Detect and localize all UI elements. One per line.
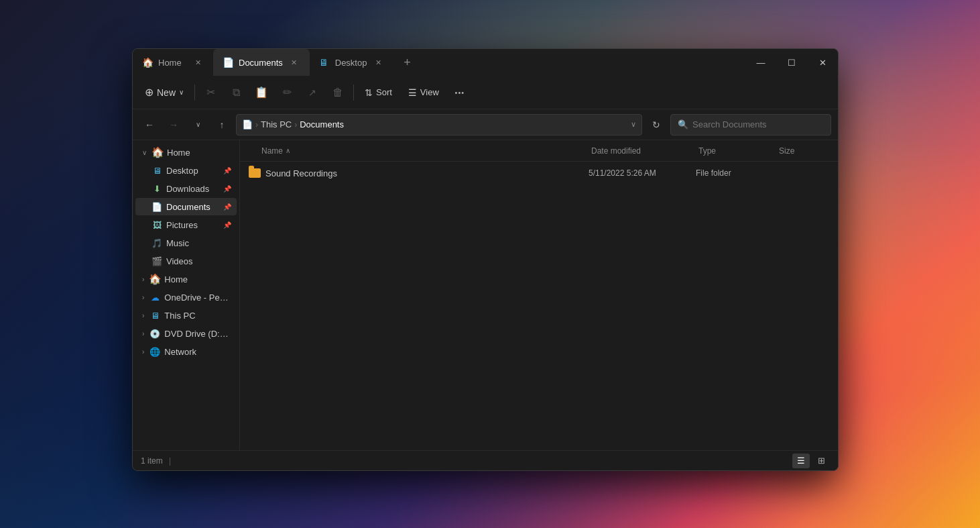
column-name[interactable]: Name ∧ bbox=[245, 146, 591, 156]
search-input[interactable] bbox=[692, 119, 824, 129]
main-content: ∨ 🏠 Home 🖥 Desktop 📌 ⬇ Downloads 📌 📄 Doc… bbox=[133, 140, 838, 450]
window-controls: — ☐ ✕ bbox=[745, 49, 838, 76]
search-box[interactable]: 🔍 bbox=[670, 114, 831, 136]
file-date: 5/11/2022 5:26 AM bbox=[589, 168, 696, 178]
file-type: File folder bbox=[696, 168, 776, 178]
new-button[interactable]: ⊕ New ∨ bbox=[138, 81, 190, 104]
sidebar-documents-pin: 📌 bbox=[223, 203, 231, 211]
tab-desktop-icon: 🖥 bbox=[319, 57, 330, 68]
close-button[interactable]: ✕ bbox=[807, 49, 838, 76]
paste-button[interactable]: 📋 bbox=[250, 81, 273, 104]
sidebar-item-documents[interactable]: 📄 Documents 📌 bbox=[135, 198, 237, 215]
sidebar-network-icon: 🌐 bbox=[149, 346, 160, 357]
delete-button[interactable]: 🗑 bbox=[326, 81, 349, 104]
address-dropdown-icon[interactable]: ∨ bbox=[631, 120, 636, 129]
sidebar-desktop-pin: 📌 bbox=[223, 167, 231, 174]
tab-home-label: Home bbox=[158, 58, 186, 68]
toolbar-sep-2 bbox=[353, 85, 354, 101]
column-date[interactable]: Date modified bbox=[591, 146, 698, 156]
new-label: New bbox=[157, 87, 176, 98]
sidebar-network-label: Network bbox=[164, 347, 231, 357]
sort-label: Sort bbox=[376, 87, 392, 97]
more-options-button[interactable]: ••• bbox=[448, 81, 471, 104]
sidebar-thispc-icon: 🖥 bbox=[149, 310, 160, 321]
sidebar-pictures-icon: 🖼 bbox=[151, 219, 162, 230]
sidebar: ∨ 🏠 Home 🖥 Desktop 📌 ⬇ Downloads 📌 📄 Doc… bbox=[133, 140, 240, 450]
tab-home-close[interactable]: ✕ bbox=[192, 56, 204, 68]
cut-button[interactable]: ✂ bbox=[199, 81, 222, 104]
tab-documents[interactable]: 📄 Documents ✕ bbox=[213, 49, 310, 76]
sidebar-item-pictures[interactable]: 🖼 Pictures 📌 bbox=[135, 216, 237, 233]
sidebar-item-videos[interactable]: 🎬 Videos bbox=[135, 252, 237, 270]
status-item-count: 1 item | bbox=[141, 456, 171, 466]
column-size[interactable]: Size bbox=[779, 146, 833, 156]
sidebar-dvd-icon: 💿 bbox=[149, 328, 160, 339]
tab-documents-icon: 📄 bbox=[223, 57, 233, 68]
sidebar-onedrive-icon: ☁ bbox=[149, 292, 160, 303]
up-button[interactable]: ↑ bbox=[212, 115, 232, 135]
tab-documents-close[interactable]: ✕ bbox=[288, 56, 300, 68]
address-bar-row: ← → ∨ ↑ 📄 › This PC › Documents ∨ ↻ 🔍 bbox=[133, 109, 838, 140]
sidebar-downloads-pin: 📌 bbox=[223, 185, 231, 193]
list-view-button[interactable]: ☰ bbox=[792, 454, 810, 468]
dvd-chevron-icon: › bbox=[142, 330, 144, 337]
home2-chevron-icon: › bbox=[142, 276, 144, 283]
sort-button[interactable]: ⇅ Sort bbox=[358, 81, 399, 104]
sidebar-item-dvd[interactable]: › 💿 DVD Drive (D:) CCCC bbox=[135, 325, 237, 342]
rename-button[interactable]: ✏ bbox=[275, 81, 298, 104]
sidebar-item-onedrive[interactable]: › ☁ OneDrive - Personal bbox=[135, 288, 237, 306]
back-button[interactable]: ← bbox=[139, 115, 160, 135]
view-button[interactable]: ☰ View bbox=[402, 81, 446, 104]
grid-view-button[interactable]: ⊞ bbox=[812, 454, 830, 468]
file-list: Name ∧ Date modified Type Size Sound Rec… bbox=[240, 140, 838, 450]
breadcrumb-this-pc[interactable]: This PC bbox=[261, 119, 292, 129]
sidebar-item-home-expanded[interactable]: ∨ 🏠 Home bbox=[135, 144, 237, 161]
sidebar-item-desktop[interactable]: 🖥 Desktop 📌 bbox=[135, 162, 237, 179]
refresh-button[interactable]: ↻ bbox=[646, 115, 666, 135]
copy-button[interactable]: ⧉ bbox=[225, 81, 247, 104]
file-name: Sound Recordings bbox=[265, 168, 589, 178]
sidebar-item-downloads[interactable]: ⬇ Downloads 📌 bbox=[135, 180, 237, 197]
sidebar-item-network[interactable]: › 🌐 Network bbox=[135, 343, 237, 360]
recent-locations-button[interactable]: ∨ bbox=[188, 115, 208, 135]
sidebar-music-label: Music bbox=[166, 238, 231, 248]
breadcrumb-current: Documents bbox=[300, 119, 344, 129]
home-chevron-icon: ∨ bbox=[142, 149, 147, 156]
new-chevron-icon: ∨ bbox=[179, 89, 184, 96]
sidebar-home2-icon: 🏠 bbox=[149, 274, 160, 284]
sort-icon: ⇅ bbox=[365, 87, 373, 98]
sidebar-pictures-label: Pictures bbox=[166, 220, 219, 230]
tab-desktop-label: Desktop bbox=[335, 58, 367, 68]
sidebar-pictures-pin: 📌 bbox=[223, 221, 231, 229]
tab-desktop-close[interactable]: ✕ bbox=[372, 56, 384, 68]
table-row[interactable]: Sound Recordings 5/11/2022 5:26 AM File … bbox=[243, 162, 835, 184]
sidebar-desktop-label: Desktop bbox=[166, 166, 219, 176]
title-bar: 🏠 Home ✕ 📄 Documents ✕ 🖥 Desktop ✕ + — ☐… bbox=[133, 49, 838, 76]
forward-button[interactable]: → bbox=[164, 115, 184, 135]
sidebar-music-icon: 🎵 bbox=[151, 237, 162, 248]
sidebar-downloads-icon: ⬇ bbox=[151, 183, 162, 194]
new-plus-icon: ⊕ bbox=[145, 86, 154, 99]
minimize-button[interactable]: — bbox=[745, 49, 776, 76]
file-explorer-window: 🏠 Home ✕ 📄 Documents ✕ 🖥 Desktop ✕ + — ☐… bbox=[132, 48, 839, 471]
file-folder-icon bbox=[248, 166, 261, 180]
new-tab-button[interactable]: + bbox=[393, 49, 420, 76]
tab-home-icon: 🏠 bbox=[142, 57, 153, 68]
onedrive-chevron-icon: › bbox=[142, 294, 144, 301]
sidebar-item-music[interactable]: 🎵 Music bbox=[135, 234, 237, 252]
sort-arrow-icon: ∧ bbox=[286, 147, 290, 154]
sidebar-home-label: Home bbox=[167, 148, 231, 158]
thispc-chevron-icon: › bbox=[142, 312, 144, 319]
file-list-header: Name ∧ Date modified Type Size bbox=[240, 140, 838, 162]
sidebar-item-thispc[interactable]: › 🖥 This PC bbox=[135, 307, 237, 324]
column-type[interactable]: Type bbox=[698, 146, 779, 156]
tab-desktop[interactable]: 🖥 Desktop ✕ bbox=[310, 49, 394, 76]
address-bar[interactable]: 📄 › This PC › Documents ∨ bbox=[236, 114, 642, 136]
sidebar-desktop-icon: 🖥 bbox=[151, 165, 162, 176]
share-button[interactable]: ↗ bbox=[301, 81, 324, 104]
sidebar-dvd-label: DVD Drive (D:) CCCC bbox=[164, 329, 231, 339]
sidebar-home2-label: Home bbox=[164, 274, 231, 284]
tab-home[interactable]: 🏠 Home ✕ bbox=[133, 49, 213, 76]
maximize-button[interactable]: ☐ bbox=[776, 49, 807, 76]
sidebar-item-home2[interactable]: › 🏠 Home bbox=[135, 270, 237, 288]
